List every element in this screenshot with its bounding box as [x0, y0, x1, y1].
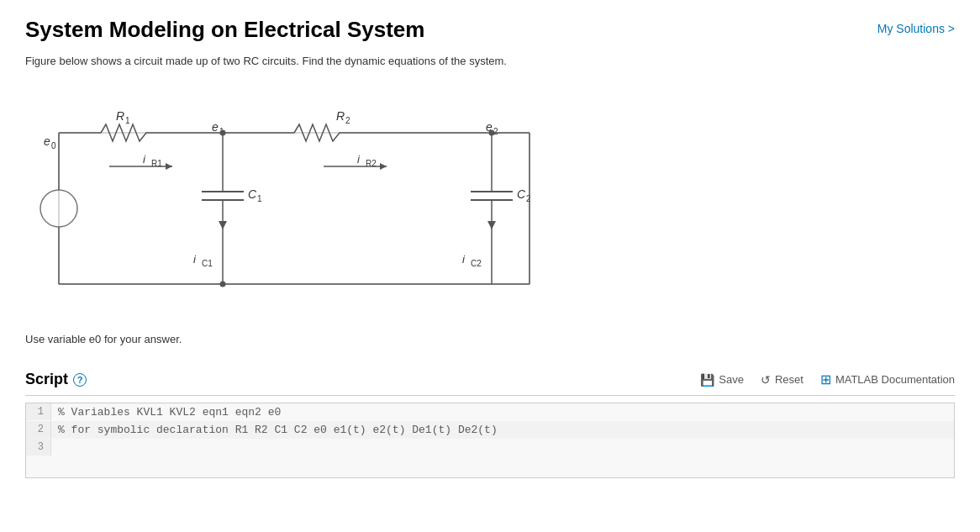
- svg-text:1: 1: [125, 116, 130, 125]
- svg-text:C1: C1: [202, 259, 213, 268]
- code-content-1: % Variables KVL1 KVL2 eqn1 eqn2 e0: [51, 403, 287, 421]
- svg-text:R2: R2: [366, 159, 377, 168]
- script-actions: 💾 Save ↺ Reset ⊞ MATLAB Documentation: [700, 371, 955, 387]
- line-number-1: 1: [26, 403, 51, 420]
- svg-text:i: i: [357, 153, 361, 166]
- use-variable-note: Use variable e0 for your answer.: [25, 333, 955, 345]
- reset-label: Reset: [775, 373, 803, 386]
- script-title-text: Script: [25, 371, 68, 388]
- svg-text:C: C: [248, 187, 257, 201]
- script-title: Script ?: [25, 371, 87, 388]
- matlab-documentation-button[interactable]: ⊞ MATLAB Documentation: [820, 371, 955, 387]
- svg-text:i: i: [462, 253, 466, 266]
- svg-text:C2: C2: [471, 259, 482, 268]
- code-line-3: 3: [26, 439, 954, 456]
- matlab-icon: ⊞: [820, 371, 831, 387]
- svg-text:C: C: [517, 187, 526, 201]
- svg-point-50: [489, 130, 495, 136]
- save-icon: 💾: [700, 373, 714, 387]
- help-icon[interactable]: ?: [73, 373, 87, 387]
- svg-text:i: i: [143, 153, 146, 166]
- my-solutions-link[interactable]: My Solutions >: [877, 22, 955, 35]
- line-number-2: 2: [26, 421, 51, 438]
- svg-text:e: e: [212, 120, 219, 134]
- svg-marker-30: [219, 221, 227, 229]
- description-text: Figure below shows a circuit made up of …: [25, 55, 955, 67]
- header-row: System Modeling on Electrical System My …: [25, 17, 955, 43]
- svg-text:2: 2: [345, 116, 350, 125]
- circuit-diagram: e 0 e 1 e 2 R 1 R 2: [25, 82, 563, 318]
- code-content-2: % for symbolic declaration R1 R2 C1 C2 e…: [51, 421, 504, 439]
- code-content-3: [51, 439, 71, 456]
- svg-text:i: i: [193, 253, 197, 266]
- reset-icon: ↺: [761, 373, 771, 387]
- svg-marker-41: [487, 221, 496, 229]
- svg-text:0: 0: [51, 141, 56, 150]
- circuit-svg: e 0 e 1 e 2 R 1 R 2: [25, 82, 563, 318]
- code-line-2: 2 % for symbolic declaration R1 R2 C1 C2…: [26, 421, 954, 439]
- svg-marker-17: [166, 163, 172, 170]
- save-button[interactable]: 💾 Save: [700, 373, 744, 387]
- save-label: Save: [719, 373, 744, 386]
- svg-marker-21: [380, 163, 387, 170]
- code-editor[interactable]: 1 % Variables KVL1 KVL2 eqn1 eqn2 e0 2 %…: [25, 403, 955, 478]
- page-title: System Modeling on Electrical System: [25, 17, 424, 43]
- svg-text:R: R: [336, 109, 345, 123]
- svg-text:1: 1: [257, 194, 262, 203]
- svg-rect-0: [59, 133, 530, 284]
- svg-text:e: e: [44, 134, 50, 148]
- line-number-3: 3: [26, 439, 51, 456]
- code-line-1: 1 % Variables KVL1 KVL2 eqn1 eqn2 e0: [26, 403, 954, 421]
- svg-text:R: R: [116, 109, 124, 123]
- page-container: System Modeling on Electrical System My …: [0, 0, 980, 532]
- matlab-doc-label: MATLAB Documentation: [835, 373, 955, 386]
- svg-text:2: 2: [526, 194, 531, 203]
- svg-text:R1: R1: [151, 159, 162, 168]
- script-header: Script ? 💾 Save ↺ Reset ⊞ MATLAB Documen…: [25, 371, 955, 396]
- reset-button[interactable]: ↺ Reset: [761, 373, 803, 387]
